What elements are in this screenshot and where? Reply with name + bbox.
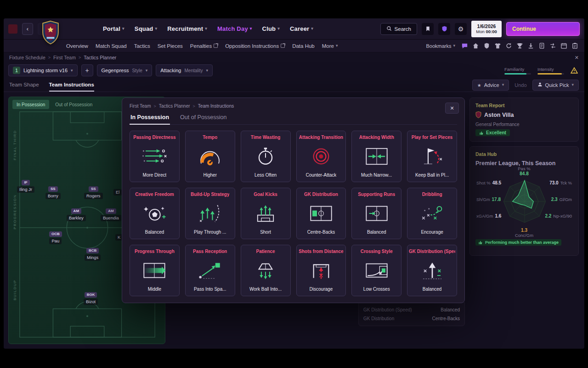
breadcrumb-item[interactable]: Fixture Schedule <box>9 55 45 60</box>
breadcrumb-item[interactable]: Tactics Planner <box>159 104 190 109</box>
download-icon[interactable] <box>527 42 535 50</box>
instruction-summary-row[interactable]: GK DistributionCentre-Backs <box>363 314 460 323</box>
instruction-card-build-up-strategy[interactable]: Build-Up StrategyPlay Through ... <box>185 188 235 239</box>
intensity-bar <box>537 73 564 75</box>
player-bizot[interactable]: BGKBizot <box>84 292 98 305</box>
breadcrumb-item[interactable]: Team Instructions <box>198 104 234 109</box>
subnav-item-opposition-instructions[interactable]: Opposition Instructions <box>225 43 285 49</box>
player-borry[interactable]: SSBorry <box>45 186 61 199</box>
breadcrumb-item[interactable]: First Team <box>53 55 76 60</box>
undo-button[interactable]: Undo <box>514 82 526 88</box>
history-back-button[interactable] <box>22 23 33 35</box>
settings-gear-icon[interactable] <box>455 23 467 35</box>
instruction-card-shots-from-distance[interactable]: Shots from DistanceDiscourage <box>296 245 346 296</box>
report-icon[interactable] <box>538 42 546 50</box>
chat-icon[interactable] <box>461 42 469 50</box>
player-mings[interactable]: BCBMings <box>85 248 101 261</box>
breadcrumb-item[interactable]: Tactics Planner <box>84 55 116 60</box>
pitch-tab-out-of-possession[interactable]: Out of Possession <box>51 100 96 109</box>
instruction-card-tempo[interactable]: TempoHigher <box>185 131 235 182</box>
close-icon[interactable] <box>575 55 579 61</box>
chevron-down-icon <box>122 27 124 31</box>
instruction-title: Crossing Style <box>361 249 393 254</box>
modal-tab-in-possession[interactable]: In Possession <box>130 113 170 125</box>
breadcrumb-separator: > <box>154 104 156 109</box>
nav-item-recruitment[interactable]: Recruitment <box>167 25 207 32</box>
player-role: OCB <box>49 231 62 237</box>
tab-team-instructions[interactable]: Team Instructions <box>49 78 94 92</box>
trophy-icon[interactable] <box>516 42 524 50</box>
add-tactic-button[interactable] <box>81 64 93 76</box>
pitch-tab-in-possession[interactable]: In Possession <box>12 100 49 109</box>
nav-item-club[interactable]: Club <box>262 25 280 32</box>
nav-item-portal[interactable]: Portal <box>103 25 124 32</box>
subnav-item-overview[interactable]: Overview <box>66 43 88 49</box>
modal-close-button[interactable] <box>445 103 459 114</box>
instruction-card-play-for-set-pieces[interactable]: Play for Set PiecesKeep Ball in Pl... <box>407 131 457 182</box>
bookmarks-dropdown[interactable]: Bookmarks <box>426 43 455 49</box>
radar-axis-value: 1.6 <box>495 213 501 218</box>
instruction-card-progress-through[interactable]: Progress ThroughMiddle <box>130 245 180 296</box>
transfer-icon[interactable] <box>549 42 557 50</box>
refresh-icon[interactable] <box>505 42 513 50</box>
instruction-card-goal-kicks[interactable]: Goal KicksShort <box>241 188 291 239</box>
tab-team-shape[interactable]: Team Shape <box>9 78 39 92</box>
search-button[interactable]: Search <box>380 23 417 35</box>
instruction-card-time-wasting[interactable]: Time WastingLess Often <box>241 131 291 182</box>
instruction-card-attacking-width[interactable]: Attacking WidthMuch Narrow... <box>351 131 401 182</box>
player-barkley[interactable]: AMBarkley <box>67 208 86 221</box>
nav-item-squad[interactable]: Squad <box>135 25 157 32</box>
style-selector[interactable]: Gegenpress Style <box>97 64 153 76</box>
instruction-card-attacking-transition[interactable]: Attacking TransitionCounter-Attack <box>296 131 346 182</box>
instruction-summary-row[interactable]: GK Distribution (Speed)Balanced <box>363 305 460 314</box>
breadcrumb-item[interactable]: First Team <box>130 104 151 109</box>
instruction-card-gk-distribution[interactable]: GK DistributionCentre-Backs <box>296 188 346 239</box>
subnav-item-more[interactable]: More <box>322 43 338 49</box>
home-icon[interactable] <box>472 42 480 50</box>
player-rogers[interactable]: SSRogers <box>84 186 103 199</box>
instruction-value: Keep Ball in Pl... <box>415 172 449 178</box>
instruction-card-supporting-runs[interactable]: Supporting RunsBalanced <box>351 188 401 239</box>
date-display[interactable]: 1/6/2026 Mon 00:00 <box>471 21 502 37</box>
subnav-item-match-squad[interactable]: Match Squad <box>96 43 127 49</box>
modal-tab-out-of-possession[interactable]: Out of Possession <box>179 113 227 125</box>
instruction-card-crossing-style[interactable]: Crossing StyleLow Crosses <box>351 245 401 296</box>
team-row[interactable]: Aston Villa <box>475 111 573 118</box>
intensity-fill <box>537 73 562 75</box>
aston-villa-crest[interactable] <box>40 20 61 46</box>
instruction-card-patience[interactable]: PatienceWork Ball Into... <box>241 245 291 296</box>
instruction-title: Attacking Width <box>359 135 394 140</box>
instruction-card-passing-directness[interactable]: Passing DirectnessMore Direct <box>130 131 180 182</box>
shirt-icon[interactable] <box>494 42 502 50</box>
instruction-card-pass-reception[interactable]: Pass ReceptionPass Into Spa... <box>185 245 235 296</box>
bookmark-flag-icon[interactable] <box>422 23 434 35</box>
thumbs-up-icon <box>479 131 484 135</box>
player-el[interactable]: El <box>113 188 122 196</box>
player-pau[interactable]: OCBPau <box>49 231 62 244</box>
summary-label: GK Distribution <box>363 316 394 321</box>
player-buendia[interactable]: AMBuendia <box>101 208 121 221</box>
nav-item-match-day[interactable]: Match Day <box>217 25 252 32</box>
quick-pick-button[interactable]: Quick Pick <box>532 80 579 91</box>
player-iling-jr[interactable]: IFIling Jr <box>17 180 34 193</box>
advice-button[interactable]: Advice <box>472 80 509 91</box>
club-icon[interactable] <box>483 42 491 50</box>
mentality-selector[interactable]: Attacking Mentality <box>156 64 213 76</box>
nav-item-label: Recruitment <box>167 25 203 32</box>
tactic-selector[interactable]: 1 Lightning storm v16 <box>8 64 78 76</box>
continue-button[interactable]: Continue <box>506 22 580 36</box>
nav-item-career[interactable]: Career <box>290 25 313 32</box>
subnav-item-data-hub[interactable]: Data Hub <box>292 43 315 49</box>
familiarity-fill <box>504 73 526 75</box>
nav-item-label: Portal <box>103 25 120 32</box>
warning-icon <box>571 67 578 74</box>
instruction-card-gk-distribution-speed[interactable]: GK Distribution (SpeedBalanced <box>407 245 457 296</box>
subnav-item-penalties[interactable]: Penalties <box>190 43 218 49</box>
calendar-icon[interactable] <box>560 42 568 50</box>
subnav-item-set-pieces[interactable]: Set Pieces <box>158 43 183 49</box>
subnav-item-tactics[interactable]: Tactics <box>134 43 150 49</box>
instruction-card-creative-freedom[interactable]: Creative FreedomBalanced <box>130 188 180 239</box>
instruction-card-dribbling[interactable]: DribblingEncourage <box>407 188 457 239</box>
assistant-shield-icon[interactable] <box>438 23 450 35</box>
notes-icon[interactable] <box>571 42 579 50</box>
